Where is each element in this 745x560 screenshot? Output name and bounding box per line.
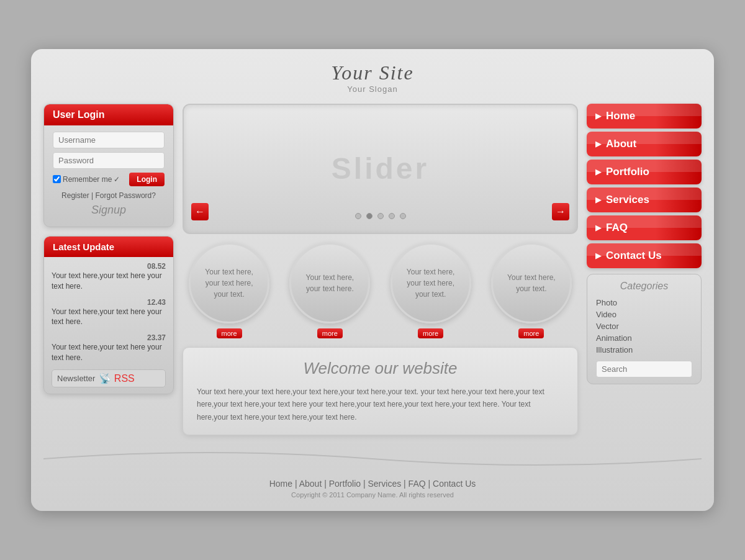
site-header: Your Site Your Slogan [43, 61, 702, 94]
footer-nav-about[interactable]: About [299, 479, 322, 489]
newsletter-row[interactable]: Newsletter 📡 RSS [52, 369, 166, 387]
remember-checkbox[interactable] [53, 175, 61, 183]
footer-nav-portfolio[interactable]: Portfolio [329, 479, 361, 489]
footer-nav: Home | About | Portfolio | Services | FA… [43, 479, 702, 489]
dot-4[interactable] [389, 213, 395, 219]
site-slogan: Your Slogan [43, 84, 702, 94]
dot-1[interactable] [355, 213, 361, 219]
remember-label[interactable]: Remember me ✓ [53, 175, 120, 184]
feature-circle-2: Your text here, your text here. [289, 243, 370, 323]
nav-arrow-services: ▶ [595, 196, 601, 204]
update-box: Latest Update 08.52 Your text here,your … [43, 236, 174, 394]
search-input[interactable] [596, 361, 692, 377]
nav-item-contact[interactable]: ▶ Contact Us [587, 243, 702, 268]
login-row: Remember me ✓ Login [53, 173, 165, 186]
update-time-3: 23.37 [52, 333, 166, 342]
login-header: User Login [44, 104, 173, 125]
categories-title: Categories [596, 281, 692, 292]
footer-wave [43, 446, 702, 471]
login-button[interactable]: Login [129, 173, 165, 186]
nav-label-home: Home [606, 110, 635, 122]
update-time-1: 08.52 [52, 262, 166, 271]
update-time-2: 12.43 [52, 298, 166, 307]
feature-circle-1: Your text here, your text here, your tex… [189, 243, 269, 323]
register-link[interactable]: Register | Forgot Password? [61, 191, 156, 200]
categories-box: Categories Photo Video Vector Animation … [587, 274, 702, 384]
newsletter-label: Newsletter [57, 374, 95, 383]
left-column: User Login Remember me ✓ Login Register … [43, 104, 174, 435]
category-vector[interactable]: Vector [596, 320, 692, 332]
category-photo[interactable]: Photo [596, 297, 692, 309]
slider-prev-button[interactable]: ← [191, 203, 209, 220]
nav-label-portfolio: Portfolio [606, 166, 649, 178]
login-body: Remember me ✓ Login Register | Forgot Pa… [44, 125, 173, 227]
update-text-3: Your text here,your text here your text … [52, 342, 166, 363]
footer-nav-home[interactable]: Home [269, 479, 292, 489]
slider-next-button[interactable]: → [552, 203, 569, 220]
welcome-text: Your text here,your text here,your text … [197, 386, 564, 423]
footer-nav-services[interactable]: Services [368, 479, 402, 489]
password-input[interactable] [53, 152, 165, 169]
footer-sep-5: | [428, 479, 433, 489]
footer-sep-1: | [295, 479, 299, 489]
register-row: Register | Forgot Password? [53, 191, 165, 200]
feature-circle-4: Your text here, your text. [491, 243, 572, 323]
site-title: Your Site [43, 61, 702, 84]
signup-label: Signup [53, 204, 165, 219]
feature-text-3: Your text here, your text here, your tex… [402, 266, 459, 300]
dot-5[interactable] [400, 213, 406, 219]
feature-text-4: Your text here, your text. [503, 272, 560, 294]
footer: Home | About | Portfolio | Services | FA… [43, 446, 702, 499]
slider-box: Slider ← → [183, 104, 578, 234]
update-item-2: 12.43 Your text here,your text here your… [52, 298, 166, 328]
footer-copyright: Copyright © 2011 Company Name. All right… [43, 491, 702, 499]
update-item-1: 08.52 Your text here,your text here your… [52, 262, 166, 292]
login-box: User Login Remember me ✓ Login Register … [43, 104, 174, 227]
nav-arrow-faq: ▶ [595, 224, 601, 232]
page-wrapper: Your Site Your Slogan User Login Remembe… [31, 49, 714, 511]
feature-circle-3: Your text here, your text here, your tex… [391, 243, 471, 323]
nav-label-services: Services [606, 194, 649, 206]
center-column: Slider ← → Your text here, your text her… [183, 104, 578, 435]
nav-item-faq[interactable]: ▶ FAQ [587, 215, 702, 240]
nav-arrow-portfolio: ▶ [595, 168, 601, 176]
feature-more-4[interactable]: more [518, 328, 544, 338]
footer-nav-contact[interactable]: Contact Us [433, 479, 476, 489]
feature-text-1: Your text here, your text here, your tex… [201, 266, 258, 300]
update-text-2: Your text here,your text here your text … [52, 307, 166, 328]
nav-arrow-home: ▶ [595, 112, 601, 120]
nav-label-contact: Contact Us [606, 250, 662, 262]
nav-arrow-about: ▶ [595, 140, 601, 148]
main-layout: User Login Remember me ✓ Login Register … [43, 104, 702, 435]
category-video[interactable]: Video [596, 309, 692, 320]
feature-item-3: Your text here, your text here, your tex… [391, 243, 471, 338]
welcome-box: Welcome our website Your text here,your … [183, 347, 578, 435]
update-item-3: 23.37 Your text here,your text here your… [52, 333, 166, 363]
feature-item-4: Your text here, your text. more [491, 243, 572, 338]
category-animation[interactable]: Animation [596, 332, 692, 344]
nav-label-faq: FAQ [606, 222, 628, 234]
nav-item-services[interactable]: ▶ Services [587, 187, 702, 212]
footer-sep-4: | [404, 479, 409, 489]
category-illustration[interactable]: Illustration [596, 344, 692, 356]
feature-more-3[interactable]: more [418, 328, 443, 338]
footer-nav-faq[interactable]: FAQ [409, 479, 426, 489]
footer-sep-3: | [363, 479, 368, 489]
nav-arrow-contact: ▶ [595, 251, 601, 260]
nav-item-home[interactable]: ▶ Home [587, 104, 702, 129]
update-text-1: Your text here,your text here your text … [52, 271, 166, 292]
nav-item-about[interactable]: ▶ About [587, 132, 702, 156]
welcome-title: Welcome our website [197, 359, 564, 378]
dot-2[interactable] [366, 213, 372, 219]
update-header: Latest Update [44, 237, 173, 257]
feature-more-1[interactable]: more [217, 328, 242, 338]
dot-3[interactable] [377, 213, 384, 219]
feature-more-2[interactable]: more [317, 328, 343, 338]
nav-item-portfolio[interactable]: ▶ Portfolio [587, 160, 702, 184]
slider-dots [355, 213, 406, 219]
rss-icon: 📡 RSS [99, 373, 134, 384]
features-row: Your text here, your text here, your tex… [183, 243, 578, 338]
username-input[interactable] [53, 132, 165, 148]
feature-item-1: Your text here, your text here, your tex… [189, 243, 269, 338]
footer-sep-2: | [324, 479, 329, 489]
